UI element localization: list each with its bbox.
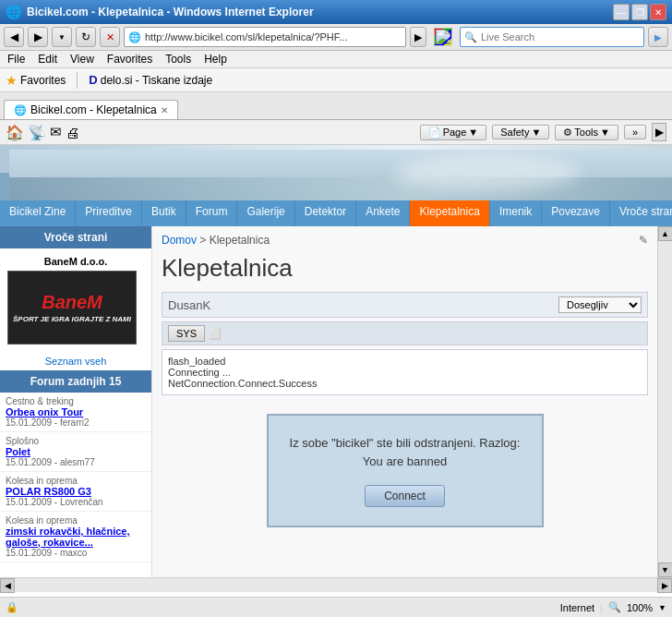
nav-tab-povezave[interactable]: Povezave — [542, 200, 610, 226]
address-bar[interactable]: 🌐 http://www.bicikel.com/sl/klepetalnica… — [124, 27, 406, 47]
tab-bar: 🌐 Bicikel.com - Klepetalnica ✕ — [0, 92, 672, 120]
nav-tab-ankete[interactable]: Ankete — [356, 200, 410, 226]
ban-dialog: Iz sobe "bicikel" ste bili odstranjeni. … — [267, 414, 544, 527]
nav-tab-imenik[interactable]: Imenik — [490, 200, 542, 226]
nav-tab-detektor[interactable]: Detektor — [295, 200, 356, 226]
tools-label: Tools — [574, 127, 598, 138]
main-area: Domov > Klepetalnica ✎ Klepetalnica Dusa… — [152, 226, 657, 577]
menu-bar: File Edit View Favorites Tools Help — [0, 51, 672, 68]
window-title: Bicikel.com - Klepetalnica - Windows Int… — [27, 6, 314, 18]
tools-icon: ⚙ — [563, 127, 572, 139]
chat-log-line-3: NetConnection.Connect.Success — [168, 378, 642, 389]
scroll-up-button[interactable]: ▲ — [658, 226, 673, 241]
favorites-item-label: delo.si - Tiskane izdaje — [101, 74, 212, 87]
ad-logo-text: BaneM — [13, 292, 131, 313]
nav-tab-butik[interactable]: Butik — [142, 200, 186, 226]
close-button[interactable]: ✕ — [650, 4, 666, 20]
nav-tab-vroce-strani[interactable]: Vroče strani — [610, 200, 672, 226]
ad-subtext: ŠPORT JE IGRA IGRAJTE Z NAMI — [13, 315, 131, 323]
search-go-button[interactable]: ▶ — [648, 27, 668, 47]
forum-title-link-2[interactable]: POLAR RS800 G3 — [6, 486, 91, 497]
menu-favorites[interactable]: Favorites — [107, 53, 152, 66]
nav-tabs: Bicikel Zine Prireditve Butik Forum Gale… — [0, 200, 672, 226]
star-icon: ★ — [6, 73, 18, 88]
page-icon: 📄 — [428, 127, 441, 139]
windows-logo — [434, 28, 452, 46]
forward-button[interactable]: ▶ — [28, 27, 48, 47]
menu-tools[interactable]: Tools — [165, 53, 191, 66]
forum-category-3: Kolesa in oprema — [6, 515, 146, 526]
address-icon: 🌐 — [128, 31, 141, 43]
breadcrumb-current: Klepetalnica — [210, 234, 270, 247]
search-input[interactable] — [481, 31, 610, 42]
toolbar-scroll-button[interactable]: ▶ — [652, 123, 666, 141]
minimize-button[interactable]: — — [613, 4, 630, 20]
page-button[interactable]: 📄 Page ▼ — [420, 125, 487, 140]
edit-icon[interactable]: ✎ — [639, 234, 648, 247]
breadcrumb-separator: > — [199, 234, 209, 247]
dropdown-button[interactable]: ▼ — [52, 27, 72, 47]
nav-tab-klepetalnica[interactable]: Klepetalnica — [410, 200, 489, 226]
nav-tab-galerije[interactable]: Galerije — [237, 200, 294, 226]
scroll-left-button[interactable]: ◀ — [0, 578, 15, 593]
address-text: http://www.bicikel.com/sl/klepetalnica/?… — [145, 31, 347, 42]
hero-banner — [0, 145, 672, 200]
sys-button[interactable]: SYS — [168, 325, 205, 342]
chat-toolbar-icon: ⬜ — [209, 328, 222, 340]
favorites-item-delo[interactable]: D delo.si - Tiskane izdaje — [89, 73, 212, 87]
menu-view[interactable]: View — [70, 53, 94, 66]
chat-status-select[interactable]: Dosegljiv Zaseden Odsoten Nevidljiv — [558, 296, 642, 313]
breadcrumb: Domov > Klepetalnica ✎ — [162, 234, 648, 247]
favorites-label: Favorites — [20, 74, 66, 87]
goto-button[interactable]: ▶ — [410, 27, 426, 47]
breadcrumb-home-link[interactable]: Domov — [162, 234, 197, 247]
sidebar-list-all: Seznam vseh — [0, 352, 151, 370]
chat-log-line-1: flash_loaded — [168, 356, 642, 367]
tab-close-button[interactable]: ✕ — [161, 105, 168, 115]
forum-title-link-1[interactable]: Polet — [6, 446, 30, 457]
forum-title-link-0[interactable]: Orbea onix Tour — [6, 406, 83, 417]
back-button[interactable]: ◀ — [4, 27, 24, 47]
feed-icon[interactable]: 📡 — [28, 124, 46, 141]
tools-arrow: ▼ — [600, 127, 610, 138]
tab-klepetalnica[interactable]: 🌐 Bicikel.com - Klepetalnica ✕ — [4, 100, 178, 119]
mail-icon[interactable]: ✉ — [50, 124, 62, 140]
restore-button[interactable]: ❐ — [631, 4, 648, 20]
sidebar-ad-image[interactable]: BaneM ŠPORT JE IGRA IGRAJTE Z NAMI — [7, 271, 137, 345]
safety-arrow: ▼ — [531, 127, 541, 138]
list-all-link[interactable]: Seznam vseh — [45, 356, 107, 367]
expand-button[interactable]: » — [624, 125, 646, 139]
forum-title-link-3[interactable]: zimski rokavčki, hlačnice, galoše, rokav… — [6, 526, 130, 548]
sidebar-ad: BaneM d.o.o. BaneM ŠPORT JE IGRA IGRAJTE… — [0, 248, 151, 352]
sidebar-hot-pages-header: Vroče strani — [0, 226, 151, 248]
menu-help[interactable]: Help — [204, 53, 227, 66]
search-bar[interactable]: 🔍 — [460, 27, 644, 47]
menu-edit[interactable]: Edit — [38, 53, 57, 66]
content-wrapper: Vroče strani BaneM d.o.o. BaneM ŠPORT JE… — [0, 226, 672, 577]
scroll-down-button[interactable]: ▼ — [658, 563, 673, 577]
scroll-right-button[interactable]: ▶ — [657, 578, 672, 593]
refresh-button[interactable]: ↻ — [76, 27, 96, 47]
nav-tab-prireditve[interactable]: Prireditve — [76, 200, 142, 226]
safety-button[interactable]: Safety ▼ — [492, 125, 549, 139]
forum-category-2: Kolesa in oprema — [6, 476, 146, 486]
forum-item-2: Kolesa in oprema POLAR RS800 G3 15.01.20… — [0, 472, 151, 512]
print-icon[interactable]: 🖨 — [66, 125, 79, 140]
scrollbar-bottom: ◀ ▶ — [0, 577, 672, 592]
add-favorites-button[interactable]: ★ Favorites — [6, 73, 66, 88]
forum-category-0: Cestno & treking — [6, 396, 146, 406]
menu-file[interactable]: File — [7, 53, 25, 66]
home-icon[interactable]: 🏠 — [6, 124, 24, 141]
nav-tab-bicikel-zine[interactable]: Bicikel Zine — [0, 200, 76, 226]
chat-log-line-2: Connecting ... — [168, 367, 642, 378]
safety-label: Safety — [500, 127, 529, 138]
connect-button[interactable]: Connect — [365, 485, 445, 507]
sidebar: Vroče strani BaneM d.o.o. BaneM ŠPORT JE… — [0, 226, 152, 577]
zoom-arrow[interactable]: ▼ — [658, 603, 666, 612]
tools-button[interactable]: ⚙ Tools ▼ — [555, 125, 618, 140]
chat-user-bar: DusanK Dosegljiv Zaseden Odsoten Nevidlj… — [162, 292, 648, 318]
browser-toolbar: ◀ ▶ ▼ ↻ ✕ 🌐 http://www.bicikel.com/sl/kl… — [0, 24, 672, 51]
stop-button[interactable]: ✕ — [100, 27, 120, 47]
nav-tab-forum[interactable]: Forum — [186, 200, 238, 226]
status-bar: 🔒 Internet | 🔍 100% ▼ — [0, 597, 672, 617]
